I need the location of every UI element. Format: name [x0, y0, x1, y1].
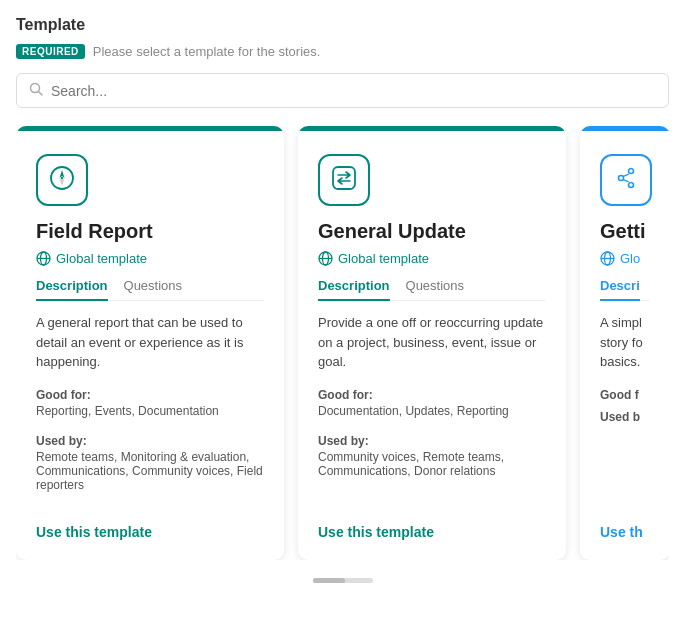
good-for-label-field-report: Good for:	[36, 388, 264, 402]
used-by-label-field-report: Used by:	[36, 434, 264, 448]
card-icon-wrap-getting	[600, 154, 652, 206]
tab-questions-general-update[interactable]: Questions	[406, 278, 465, 301]
card-meta-usedby-getting: Used b	[600, 410, 650, 426]
tab-description-getting[interactable]: Descri	[600, 278, 640, 301]
required-badge: REQUIRED	[16, 44, 85, 59]
arrows-icon	[331, 165, 357, 195]
card-meta-usedby-general-update: Used by: Community voices, Remote teams,…	[318, 434, 546, 488]
compass-icon	[49, 165, 75, 195]
tab-description-field-report[interactable]: Description	[36, 278, 108, 301]
required-bar: REQUIRED Please select a template for th…	[16, 44, 669, 59]
card-tabs-getting: Descri	[600, 278, 650, 301]
scrollbar-thumb	[313, 578, 345, 583]
svg-point-5	[61, 177, 63, 179]
card-title-getting: Getti	[600, 220, 650, 243]
search-icon	[29, 82, 43, 99]
used-by-label-getting: Used b	[600, 410, 650, 424]
use-template-button-field-report[interactable]: Use this template	[36, 508, 264, 540]
use-template-button-getting[interactable]: Use th	[600, 508, 650, 540]
card-global-getting: Glo	[600, 251, 650, 266]
card-title-general-update: General Update	[318, 220, 546, 243]
share-icon	[613, 165, 639, 195]
card-title-field-report: Field Report	[36, 220, 264, 243]
svg-rect-9	[333, 167, 355, 189]
page-container: Template REQUIRED Please select a templa…	[0, 0, 685, 625]
good-for-value-general-update: Documentation, Updates, Reporting	[318, 404, 546, 418]
search-bar[interactable]	[16, 73, 669, 108]
card-meta-goodfor-getting: Good f	[600, 388, 650, 404]
use-template-button-general-update[interactable]: Use this template	[318, 508, 546, 540]
scrollbar-track[interactable]	[313, 578, 373, 583]
search-input[interactable]	[51, 83, 656, 99]
used-by-value-field-report: Remote teams, Monitoring & evaluation, C…	[36, 450, 264, 492]
svg-line-14	[623, 180, 628, 182]
card-icon-wrap	[36, 154, 88, 206]
tab-description-general-update[interactable]: Description	[318, 278, 390, 301]
card-description-general-update: Provide a one off or reoccurring update …	[318, 313, 546, 372]
card-getting-started: Getti Glo Descri A simpl story fo basics…	[580, 126, 669, 560]
card-meta-usedby-field-report: Used by: Remote teams, Monitoring & eval…	[36, 434, 264, 502]
cards-container: Field Report Global template Description…	[16, 126, 669, 560]
used-by-value-general-update: Community voices, Remote teams, Communic…	[318, 450, 546, 478]
card-description-field-report: A general report that can be used to det…	[36, 313, 264, 372]
good-for-value-field-report: Reporting, Events, Documentation	[36, 404, 264, 418]
tab-questions-field-report[interactable]: Questions	[124, 278, 183, 301]
card-global-general-update: Global template	[318, 251, 546, 266]
card-description-getting: A simpl story fo basics.	[600, 313, 650, 372]
card-global-field-report: Global template	[36, 251, 264, 266]
good-for-label-getting: Good f	[600, 388, 650, 402]
card-meta-goodfor-general-update: Good for: Documentation, Updates, Report…	[318, 388, 546, 428]
card-tabs-general-update: Description Questions	[318, 278, 546, 301]
used-by-label-general-update: Used by:	[318, 434, 546, 448]
card-field-report: Field Report Global template Description…	[16, 126, 284, 560]
svg-line-1	[39, 92, 43, 96]
card-general-update: General Update Global template Descripti…	[298, 126, 566, 560]
card-icon-wrap-general	[318, 154, 370, 206]
good-for-label-general-update: Good for:	[318, 388, 546, 402]
page-title: Template	[16, 16, 669, 34]
required-text: Please select a template for the stories…	[93, 44, 321, 59]
card-tabs-field-report: Description Questions	[36, 278, 264, 301]
svg-line-13	[623, 174, 628, 176]
card-meta-goodfor-field-report: Good for: Reporting, Events, Documentati…	[36, 388, 264, 428]
